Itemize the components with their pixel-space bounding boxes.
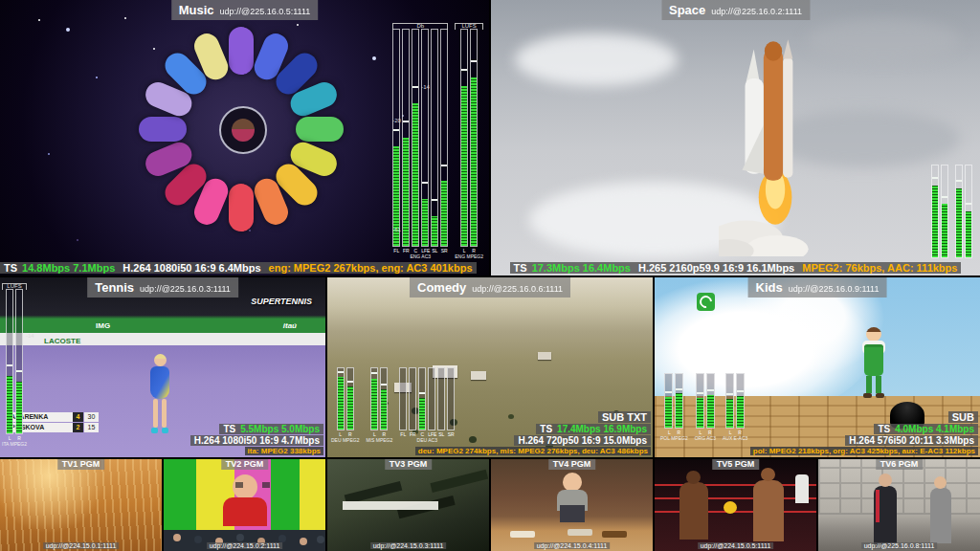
tile-music[interactable]: Musicudp://@225.16.0.5:1111 -20 -14 -61 … <box>0 0 489 276</box>
audio-meter-group: LRORG AC3 <box>695 375 716 442</box>
tile-tv6-pgm[interactable]: TV6 PGM udp://@225.16.0.8:1111 <box>818 459 980 551</box>
meter-stream-caption: ITA MPEG2 <box>2 442 27 448</box>
person-figure <box>930 488 951 543</box>
points: 30 <box>84 412 99 422</box>
tile-space[interactable]: Spaceudp://@225.16.0.2:1111 TS17.3Mbps 1… <box>491 0 980 276</box>
pgm-url: udp://@224.15.0.2:1111 <box>207 542 283 549</box>
cloud <box>807 19 960 62</box>
channel-name: Comedy <box>417 280 466 295</box>
court-ad: IMG <box>96 321 110 330</box>
ts-bitrates: 17.4Mbps 16.9Mbps <box>557 424 647 434</box>
audio-meter-bar <box>399 367 407 430</box>
video-info: H.264 576i50 20:11 3.3Mbps <box>845 435 978 446</box>
video-info: H.264 1080i50 16:9 6.4Mbps <box>122 262 260 274</box>
audio-meter-bar <box>955 165 963 258</box>
pgm-title: TV6 PGM <box>876 459 924 470</box>
audio-info: eng: MPEG2 267kbps, eng: AC3 401kbps <box>269 262 473 274</box>
audio-meters-tennis: -14 LUFSLRITA MPEG2 <box>2 283 27 448</box>
tile-tv2-pgm[interactable]: TV2 PGM udp://@224.15.0.2:1111 <box>164 459 325 551</box>
tile-tennis[interactable]: IMG itaú LACOSTE SUPERTENNIS Tennisudp:/… <box>0 277 325 457</box>
channel-url: udp://@225.16.0.2:1111 <box>711 7 802 16</box>
audio-meter-bar <box>6 289 13 434</box>
ts-label: TS <box>878 424 890 434</box>
subtitle-badge: SUB <box>948 411 978 423</box>
house <box>538 352 551 360</box>
chef-figure <box>563 473 582 492</box>
pgm-title: TV4 PGM <box>548 459 596 470</box>
audio-meter-bar <box>725 373 734 429</box>
audio-meter-group <box>931 166 948 258</box>
channel-url: udp://@225.16.0.5:1111 <box>220 7 311 16</box>
tile-tv5-pgm[interactable]: TV5 PGM udp://@224.15.0.5:1111 <box>655 459 816 551</box>
tile-tv1-pgm[interactable]: TV1 PGM udp://@224.15.0.1:1111 <box>0 459 162 551</box>
audio-meter-bar <box>15 289 23 434</box>
status-bar-comedy: SUB TXT TS17.4Mbps 16.9Mbps H.264 720p50… <box>415 411 651 455</box>
tile-tv4-pgm[interactable]: TV4 PGM udp://@224.15.0.4:1111 <box>491 459 653 551</box>
pgm-title: TV1 PGM <box>57 459 105 470</box>
audio-meter-bar <box>675 373 683 429</box>
space-shuttle-graphic <box>719 11 826 256</box>
audio-info: pol: MPEG2 218kbps, org: AC3 425kbps, au… <box>750 447 978 455</box>
tile-title-kids: Kidsudp://@225.16.0.9:1111 <box>748 277 887 298</box>
pgm-title: TV2 PGM <box>221 459 269 470</box>
video-info: H.265 2160p59.9 16:9 16.1Mbps <box>638 262 794 274</box>
performer-figure <box>296 117 344 142</box>
boxer-figure <box>753 480 784 541</box>
audio-meter-bar <box>706 373 715 429</box>
ts-label: TS <box>514 262 527 274</box>
audio-meter-bar <box>965 165 972 258</box>
tile-title-tennis: Tennisudp://@225.16.0.3:1111 <box>87 277 238 298</box>
audio-meter-group: LRDEU MPEG2 <box>331 369 359 444</box>
ts-label: TS <box>540 424 552 434</box>
referee-figure <box>795 474 809 503</box>
pgm-title: TV5 PGM <box>712 459 760 470</box>
performer-figure <box>229 27 254 75</box>
cloud <box>515 33 678 86</box>
audio-meter-group <box>955 166 972 258</box>
row-top: Musicudp://@225.16.0.5:1111 -20 -14 -61 … <box>0 0 980 276</box>
audio-meter-bar <box>460 29 468 247</box>
pgm-title: TV3 PGM <box>385 459 433 470</box>
meter-stream-caption: AUX E-AC3 <box>723 436 747 442</box>
subtitle-badge: SUB TXT <box>598 411 651 423</box>
ts-bitrates: 17.3Mbps 16.4Mbps <box>532 262 631 274</box>
pgm-url: udp://@224.15.0.4:1111 <box>534 542 611 549</box>
audio-meter-bar <box>696 373 704 429</box>
pgm-url: udp://@224.15.0.3:1111 <box>370 542 447 549</box>
row-pgm: TV1 PGM udp://@224.15.0.1:1111 TV2 PGM u… <box>0 459 980 551</box>
tile-comedy[interactable]: Comedyudp://@225.16.0.6:1111 LRDEU MPEG2… <box>327 277 653 457</box>
ts-bitrates: 14.8Mbps 7.1Mbps <box>22 262 115 274</box>
meter-scale-mark: -14 <box>26 333 34 339</box>
news-ticker <box>343 501 438 510</box>
ring-rope <box>655 484 816 486</box>
audio-meter-bar <box>421 29 429 247</box>
audio-meter-bar <box>392 29 400 247</box>
kids-channel-logo <box>697 293 715 311</box>
row-middle: IMG itaú LACOSTE SUPERTENNIS Tennisudp:/… <box>0 277 980 457</box>
points: 15 <box>84 423 99 432</box>
tile-title-comedy: Comedyudp://@225.16.0.6:1111 <box>410 277 570 298</box>
channel-name: Music <box>179 3 214 17</box>
status-bar-kids: SUB TS4.0Mbps 4.1Mbps H.264 576i50 20:11… <box>750 411 978 455</box>
meter-stream-caption: ENG AC3 <box>410 254 431 260</box>
meter-scale-label: LUFS <box>455 23 483 30</box>
audio-meter-group: LRMIS MPEG2 <box>366 369 392 444</box>
host-shirt <box>223 497 267 526</box>
audio-meter-bar <box>664 373 673 429</box>
meter-stream-caption: DEU MPEG2 <box>331 438 359 444</box>
boxing-glove <box>724 501 737 514</box>
audio-meter-group: LUFSLRITA MPEG2 <box>2 283 27 448</box>
meter-scale-mark: -61 <box>392 227 401 232</box>
tile-tv3-pgm[interactable]: TV3 PGM udp://@224.15.0.3:1111 <box>327 459 489 551</box>
channel-name: Kids <box>756 280 783 295</box>
boxer-figure <box>679 482 708 540</box>
audio-meter-bar <box>402 29 410 247</box>
audio-info: ita: MPEG2 338kbps <box>245 447 323 455</box>
status-bar-tennis: TS5.5Mbps 5.0Mbps H.264 1080i50 16:9 4.7… <box>190 423 323 455</box>
meter-stream-caption: ORG AC3 <box>695 436 716 442</box>
audio-meter-group: LUFSLRENG MPEG2 <box>455 23 483 260</box>
tile-kids[interactable]: Kidsudp://@225.16.0.9:1111 LRPOL MPEG2LR… <box>655 277 980 457</box>
audio-meter-bar <box>431 29 438 247</box>
audio-meter-group: LRPOL MPEG2 <box>660 375 688 442</box>
channel-url: udp://@225.16.0.6:1111 <box>472 284 563 294</box>
